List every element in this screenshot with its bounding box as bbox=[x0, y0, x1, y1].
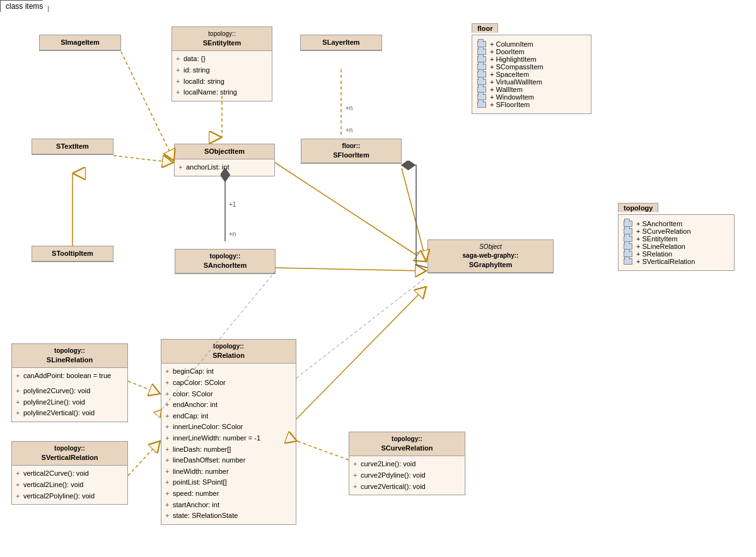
box-sobjectitem: SObjectItem +anchorList: int bbox=[174, 144, 275, 176]
box-sanchoritem: topology:: SAnchorItem bbox=[175, 249, 276, 274]
box-sverticalrelation: topology:: SVerticalRelation +vertical2C… bbox=[11, 441, 128, 505]
label-1-obj-anchor: +1 bbox=[229, 201, 236, 208]
line-objectitem-to-graphyitem bbox=[275, 163, 426, 261]
box-sentityitem: topology:: SEntityItem +data: {} +id: st… bbox=[172, 26, 272, 101]
package-topology: topology + SAnchorItem + SCurveRelation … bbox=[618, 214, 735, 271]
line-anchoritem-to-graphyitem bbox=[276, 268, 426, 271]
diagram-title: class items bbox=[0, 0, 49, 12]
box-simageitem: SImageItem bbox=[39, 35, 121, 51]
line-sverticalrelation-to-srelation bbox=[128, 441, 160, 476]
box-sflooritem: floor:: SFloorItem bbox=[301, 139, 402, 164]
line-imageitem-to-objectitem bbox=[121, 52, 174, 161]
line-scurverelation-to-srelation bbox=[297, 441, 349, 460]
label-n-obj-anchor: +n bbox=[229, 231, 236, 238]
box-slayeritem: SLayerItem bbox=[300, 35, 382, 51]
line-textitem-to-objectitem bbox=[113, 156, 173, 163]
box-sgraphyitem: SObject saga-web-graphy:: SGraphyItem bbox=[427, 239, 554, 273]
box-stextitem: STextItem bbox=[32, 139, 113, 155]
line-srelation-to-graphyitem bbox=[296, 287, 426, 419]
package-floor: floor + ColumnItem + DoorItem + Highligh… bbox=[472, 35, 591, 114]
box-slinerelation: topology:: SLineRelation +canAddPoint: b… bbox=[11, 343, 128, 422]
label-diamond-n: +n bbox=[346, 127, 352, 134]
line-flooritem-diamond-graphyitem bbox=[402, 165, 427, 268]
line-slinerelation-to-srelation bbox=[128, 381, 160, 394]
line-flooritem-to-graphyitem bbox=[402, 168, 426, 261]
label-n-layerfloor: +n bbox=[346, 105, 352, 112]
box-srelation: topology:: SRelation +beginCap: int +cap… bbox=[161, 339, 296, 525]
box-stooltipitem: STooltipItem bbox=[32, 246, 113, 262]
box-scurverelation: topology:: SCurveRelation +curve2Line():… bbox=[349, 432, 465, 495]
line-srelation-endanchor bbox=[296, 277, 426, 378]
